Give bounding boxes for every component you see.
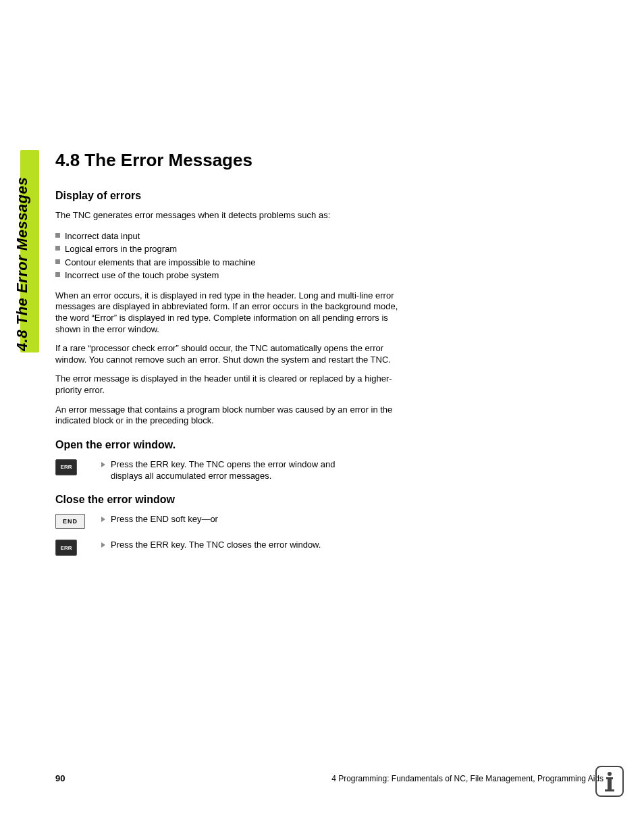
side-tab-label: 4.8 The Error Messages: [14, 149, 31, 351]
main-content: 4.8 The Error Messages Display of errors…: [55, 150, 406, 567]
section-close-title: Close the error window: [55, 494, 406, 506]
page-heading: 4.8 The Error Messages: [55, 150, 406, 171]
display-para: If a rare “processor check error” should…: [55, 343, 406, 365]
step-close-err: ERR Press the ERR key. The TNC closes th…: [55, 540, 406, 556]
display-para: An error message that contains a program…: [55, 405, 406, 427]
bullet-item: Contour elements that are impossible to …: [55, 256, 406, 269]
bullet-item: Incorrect use of the touch probe system: [55, 269, 406, 282]
step-close-end: END Press the END soft key—or: [55, 514, 406, 529]
section-open-title: Open the error window.: [55, 439, 406, 451]
info-icon: [595, 766, 624, 797]
err-key-icon: ERR: [55, 459, 77, 475]
step-open-text: Press the ERR key. The TNC opens the err…: [111, 459, 354, 481]
step-close-text1: Press the END soft key—or: [111, 514, 218, 525]
step-open: ERR Press the ERR key. The TNC opens the…: [55, 459, 406, 481]
display-para: When an error occurs, it is displayed in…: [55, 290, 406, 336]
footer-chapter: 4 Programming: Fundamentals of NC, File …: [331, 774, 603, 783]
page-footer: 90 4 Programming: Fundamentals of NC, Fi…: [55, 773, 603, 783]
step-close-text2: Press the ERR key. The TNC closes the er…: [111, 540, 321, 551]
display-bullet-list: Incorrect data input Logical errors in t…: [55, 230, 406, 282]
err-key-icon: ERR: [55, 540, 77, 556]
bullet-item: Logical errors in the program: [55, 242, 406, 256]
bullet-item: Incorrect data input: [55, 230, 406, 243]
end-softkey-icon: END: [55, 514, 85, 529]
display-para: The error message is displayed in the he…: [55, 373, 406, 396]
page-number: 90: [55, 773, 65, 783]
section-display-title: Display of errors: [55, 190, 406, 202]
display-intro: The TNC generates error messages when it…: [55, 210, 406, 221]
